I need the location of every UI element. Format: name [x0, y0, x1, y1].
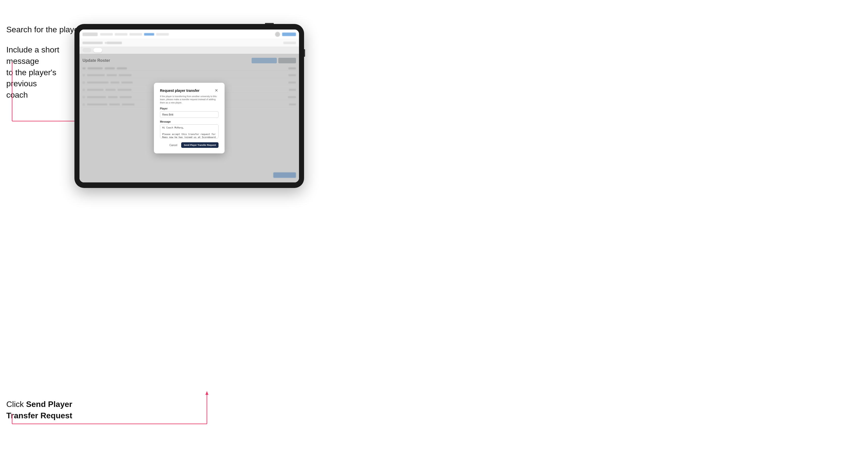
- breadcrumb-1: [83, 42, 103, 44]
- modal-close-button[interactable]: ✕: [214, 88, 218, 93]
- player-input[interactable]: [160, 111, 218, 118]
- send-transfer-button[interactable]: Send Player Transfer Request: [181, 142, 218, 148]
- svg-marker-7: [206, 391, 209, 395]
- modal-description: If the player is transferring from anoth…: [160, 95, 218, 104]
- nav-avatar: [275, 32, 280, 37]
- tablet-side-button: [304, 49, 305, 57]
- sub-nav-right: [283, 42, 296, 44]
- tablet-screen: Update Roster: [80, 30, 299, 182]
- modal-overlay: Request player transfer ✕ If the player …: [80, 54, 299, 182]
- main-content: Update Roster: [80, 54, 299, 182]
- breadcrumb-sep: [105, 42, 107, 44]
- nav-bar: [80, 30, 299, 39]
- sub-nav: [80, 39, 299, 47]
- annotation-message-text: Include a short message to the player's …: [6, 44, 74, 101]
- tab-2-active: [93, 48, 102, 53]
- nav-item-5: [156, 33, 169, 36]
- nav-right: [275, 32, 296, 37]
- nav-item-2: [115, 33, 127, 36]
- nav-item-3: [129, 33, 142, 36]
- message-textarea[interactable]: Hi Coach McHarg, Please accept this tran…: [160, 124, 218, 138]
- tabs-bar: [80, 47, 299, 54]
- modal-header: Request player transfer ✕: [160, 88, 218, 93]
- nav-items: [100, 33, 273, 36]
- player-label: Player: [160, 107, 218, 110]
- breadcrumb-2: [107, 42, 122, 44]
- annotation-click-text: Click Send Player Transfer Request: [6, 399, 72, 421]
- tablet-device: Update Roster: [74, 24, 304, 188]
- modal-footer: Cancel Send Player Transfer Request: [160, 142, 218, 148]
- tab-1: [83, 48, 91, 53]
- annotation-search-text: Search for the player.: [6, 24, 83, 35]
- nav-item-1: [100, 33, 113, 36]
- message-label: Message: [160, 120, 218, 123]
- app-background: Update Roster: [80, 30, 299, 182]
- tablet-top-button: [265, 23, 274, 24]
- nav-action-btn: [282, 33, 296, 36]
- nav-logo: [83, 33, 98, 36]
- modal-dialog: Request player transfer ✕ If the player …: [154, 83, 224, 154]
- modal-title: Request player transfer: [160, 89, 199, 93]
- nav-item-active: [144, 33, 154, 36]
- cancel-button[interactable]: Cancel: [167, 143, 179, 148]
